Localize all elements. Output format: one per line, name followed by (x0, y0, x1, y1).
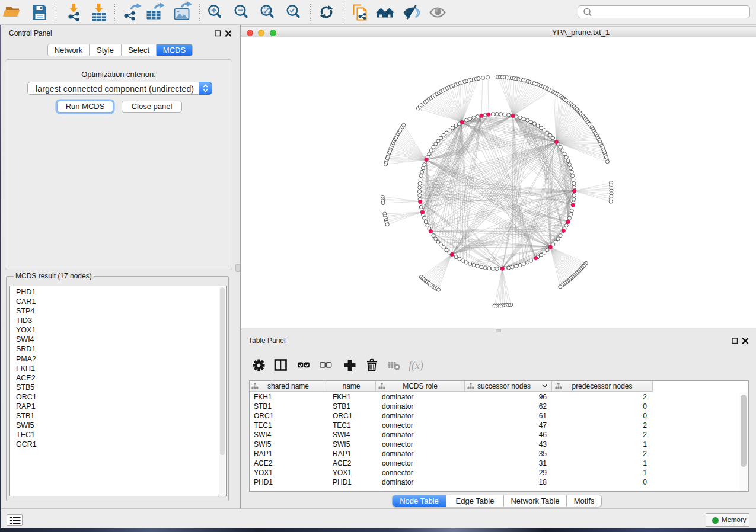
svg-text:f(x): f(x) (409, 360, 423, 372)
